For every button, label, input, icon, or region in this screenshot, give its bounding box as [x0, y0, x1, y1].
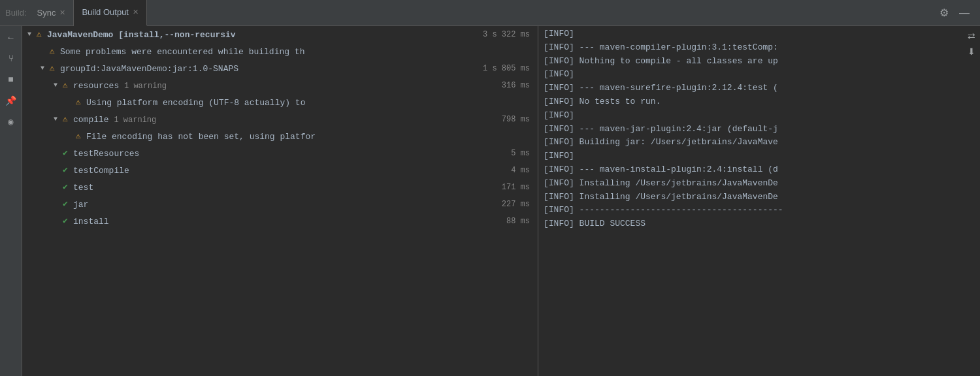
tree-item-testCompile[interactable]: ✔ testCompile 4 ms [22, 162, 538, 179]
tree-item-install[interactable]: ✔ install 88 ms [22, 213, 538, 230]
tab-sync-close[interactable]: ✕ [59, 8, 65, 17]
item-label: test [73, 183, 497, 193]
build-label: Build: [5, 8, 29, 18]
tab-sync[interactable]: Sync ✕ [29, 0, 74, 26]
warn-icon: ⚠ [73, 131, 84, 142]
item-time: 227 ms [497, 200, 535, 209]
sidebar-btn-stop[interactable]: ■ [2, 70, 20, 89]
chevron-icon [51, 81, 60, 90]
chevron-icon [38, 64, 47, 73]
warn-icon: ⚠ [60, 114, 71, 125]
tab-bar: Build: Sync ✕ Build Output ✕ ⚙ — [0, 0, 980, 26]
sidebar-btn-back[interactable]: ← [2, 29, 20, 47]
tree-item-root[interactable]: ⚠ JavaMavenDemo [install,--non-recursiv … [22, 26, 538, 43]
item-time: 4 ms [506, 166, 535, 175]
log-line: [INFO] [544, 68, 975, 82]
check-icon: ✔ [60, 199, 71, 210]
sidebar: ← ⑂ ■ 📌 ◉ [0, 26, 22, 376]
main-content: ← ⑂ ■ 📌 ◉ ⚠ JavaMavenDemo [install,--non… [0, 26, 980, 376]
log-line: [INFO] --- maven-compiler-plugin:3.1:tes… [544, 41, 975, 55]
tree-item-test[interactable]: ✔ test 171 ms [22, 179, 538, 196]
log-line: [INFO] Nothing to compile - all classes … [544, 55, 975, 69]
item-label: JavaMavenDemo [install,--non-recursiv [47, 30, 478, 40]
item-label: install [73, 217, 501, 227]
item-time: 88 ms [501, 217, 535, 226]
item-label: jar [73, 200, 497, 210]
log-line: [INFO] ---------------------------------… [544, 204, 975, 217]
check-icon: ✔ [60, 148, 71, 159]
item-label: compile 1 warning [73, 115, 497, 125]
log-line: [INFO] --- maven-surefire-plugin:2.12.4:… [544, 82, 975, 95]
settings-button[interactable]: ⚙ [937, 4, 951, 22]
item-time: 1 s 805 ms [478, 64, 535, 73]
chevron-icon [51, 115, 60, 124]
warn-icon: ⚠ [60, 80, 71, 91]
log-line: [INFO] Installing /Users/jetbrains/JavaM… [544, 177, 975, 191]
check-icon: ✔ [60, 216, 71, 227]
item-label: testCompile [73, 166, 506, 176]
tree-item-problems[interactable]: ⚠ Some problems were encountered while b… [22, 43, 538, 60]
item-label: Some problems were encountered while bui… [60, 47, 535, 57]
wrap-lines-button[interactable]: ⇄ [966, 29, 977, 43]
item-label: groupId:JavaMavenDemo:jar:1.0-SNAPS [60, 64, 478, 74]
tab-build-output[interactable]: Build Output ✕ [74, 0, 147, 26]
log-actions: ⇄ ⬇ [966, 29, 977, 59]
item-label: resources 1 warning [73, 81, 497, 91]
warn-icon: ⚠ [73, 97, 84, 108]
tree-panel[interactable]: ⚠ JavaMavenDemo [install,--non-recursiv … [22, 26, 538, 376]
log-line: [INFO] No tests to run. [544, 95, 975, 109]
item-label: Using platform encoding (UTF-8 actually)… [86, 98, 535, 108]
tab-build-output-close[interactable]: ✕ [133, 8, 139, 16]
sidebar-btn-pin[interactable]: 📌 [2, 91, 20, 110]
warn-icon: ⚠ [47, 46, 57, 57]
sidebar-btn-eye[interactable]: ◉ [2, 112, 20, 131]
minimize-button[interactable]: — [956, 5, 972, 22]
sidebar-btn-branch[interactable]: ⑂ [2, 50, 20, 68]
item-time: 3 s 322 ms [478, 30, 535, 39]
tree-item-resources-detail[interactable]: ⚠ Using platform encoding (UTF-8 actuall… [22, 94, 538, 111]
log-line: [INFO] Building jar: /Users/jetbrains/Ja… [544, 136, 975, 149]
item-time: 5 ms [506, 149, 535, 158]
tree-item-groupId[interactable]: ⚠ groupId:JavaMavenDemo:jar:1.0-SNAPS 1 … [22, 60, 538, 77]
log-line-success: [INFO] BUILD SUCCESS [544, 217, 975, 231]
log-line: [INFO] [544, 149, 975, 163]
item-label: testResources [73, 149, 506, 159]
log-line: [INFO] --- maven-jar-plugin:2.4:jar (def… [544, 123, 975, 136]
item-time: 316 ms [497, 81, 535, 90]
tree-item-jar[interactable]: ✔ jar 227 ms [22, 196, 538, 213]
item-label: File encoding has not been set, using pl… [86, 132, 535, 142]
tree-item-compile-detail[interactable]: ⚠ File encoding has not been set, using … [22, 128, 538, 145]
item-time: 798 ms [497, 115, 535, 124]
log-panel[interactable]: [INFO] [INFO] --- maven-compiler-plugin:… [538, 26, 980, 376]
tree-item-testResources[interactable]: ✔ testResources 5 ms [22, 145, 538, 162]
check-icon: ✔ [60, 165, 71, 176]
item-time: 171 ms [497, 183, 535, 192]
warn-icon: ⚠ [47, 63, 57, 74]
tab-build-output-label: Build Output [82, 7, 129, 17]
log-line: [INFO] Installing /Users/jetbrains/JavaM… [544, 191, 975, 204]
warn-icon: ⚠ [34, 29, 44, 40]
tree-item-resources[interactable]: ⚠ resources 1 warning 316 ms [22, 77, 538, 94]
tab-sync-label: Sync [37, 8, 56, 18]
check-icon: ✔ [60, 182, 71, 193]
log-line: [INFO] --- maven-install-plugin:2.4:inst… [544, 163, 975, 177]
tree-item-compile[interactable]: ⚠ compile 1 warning 798 ms [22, 111, 538, 128]
log-line: [INFO] [544, 109, 975, 123]
tab-actions: ⚙ — [937, 4, 980, 22]
log-line: [INFO] [544, 27, 975, 41]
scroll-end-button[interactable]: ⬇ [966, 44, 977, 59]
chevron-icon [25, 30, 34, 39]
